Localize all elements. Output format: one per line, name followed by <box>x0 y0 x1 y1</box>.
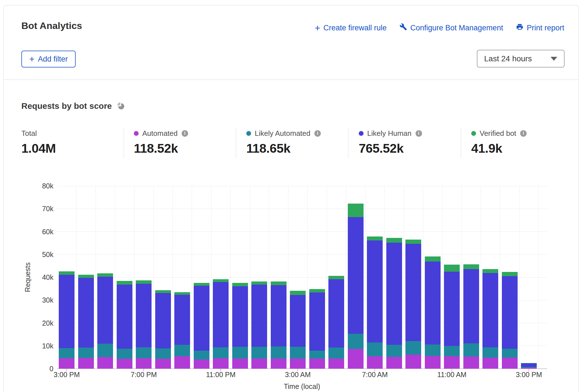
bar-segment[interactable] <box>367 343 383 356</box>
bar-segment[interactable] <box>174 345 190 356</box>
bar-segment[interactable] <box>194 283 209 286</box>
bar-segment[interactable] <box>174 292 190 295</box>
bar-segment[interactable] <box>309 289 325 292</box>
configure-bot-management-link[interactable]: Configure Bot Management <box>400 23 503 33</box>
bar-segment[interactable] <box>59 271 75 275</box>
bar-segment[interactable] <box>78 348 94 358</box>
bar-segment[interactable] <box>348 217 364 334</box>
bar-segment[interactable] <box>271 359 287 369</box>
bar-segment[interactable] <box>271 346 287 359</box>
print-report-link[interactable]: Print report <box>516 23 564 33</box>
bar-segment[interactable] <box>117 281 132 285</box>
bar-segment[interactable] <box>405 244 421 341</box>
bar-segment[interactable] <box>502 358 518 369</box>
bar-segment[interactable] <box>521 363 537 363</box>
bar-segment[interactable] <box>213 282 229 347</box>
bar-segment[interactable] <box>136 347 152 358</box>
bar-segment[interactable] <box>463 264 479 269</box>
bar-segment[interactable] <box>271 281 287 285</box>
bar-segment[interactable] <box>251 347 267 359</box>
bar-segment[interactable] <box>232 286 248 347</box>
bar-segment[interactable] <box>328 359 344 369</box>
bar-segment[interactable] <box>251 285 267 347</box>
bar-segment[interactable] <box>213 279 229 282</box>
bar-segment[interactable] <box>174 356 190 369</box>
bar-segment[interactable] <box>97 273 113 277</box>
bar-segment[interactable] <box>521 367 537 368</box>
bar-segment[interactable] <box>155 290 171 293</box>
bar-segment[interactable] <box>463 343 479 357</box>
bar-segment[interactable] <box>290 295 306 347</box>
bar-segment[interactable] <box>78 358 94 369</box>
info-icon[interactable]: i <box>314 130 321 137</box>
bar-segment[interactable] <box>136 358 152 369</box>
bar-segment[interactable] <box>117 349 132 359</box>
bar-segment[interactable] <box>405 240 421 244</box>
bar-segment[interactable] <box>502 276 518 349</box>
add-filter-button[interactable]: + Add filter <box>21 51 76 67</box>
bar-segment[interactable] <box>251 281 267 285</box>
bar-segment[interactable] <box>155 359 171 369</box>
info-icon[interactable]: i <box>520 130 527 137</box>
bar-segment[interactable] <box>463 357 479 369</box>
bar-segment[interactable] <box>425 262 441 344</box>
bar-segment[interactable] <box>290 347 306 359</box>
bar-segment[interactable] <box>251 359 267 369</box>
bar-segment[interactable] <box>367 240 383 343</box>
bar-segment[interactable] <box>482 269 498 273</box>
bar-segment[interactable] <box>97 344 113 357</box>
bar-segment[interactable] <box>425 344 441 356</box>
bar-segment[interactable] <box>386 238 402 242</box>
bar-segment[interactable] <box>136 284 152 348</box>
bar-segment[interactable] <box>425 256 441 262</box>
bar-segment[interactable] <box>59 275 75 348</box>
bar-segment[interactable] <box>213 347 229 359</box>
bar-segment[interactable] <box>444 265 460 271</box>
info-icon[interactable]: i <box>416 130 422 137</box>
bar-segment[interactable] <box>386 357 402 369</box>
bar-segment[interactable] <box>232 283 248 286</box>
bar-segment[interactable] <box>232 359 248 369</box>
bar-segment[interactable] <box>348 349 364 369</box>
bar-segment[interactable] <box>232 347 248 359</box>
bar-segment[interactable] <box>309 351 325 359</box>
bar-segment[interactable] <box>194 360 209 369</box>
bar-segment[interactable] <box>348 204 364 217</box>
bar-segment[interactable] <box>405 341 421 355</box>
time-range-select[interactable]: Last 24 hours <box>477 50 565 67</box>
bar-segment[interactable] <box>59 348 75 358</box>
bar-segment[interactable] <box>213 358 229 369</box>
bar-segment[interactable] <box>348 334 364 349</box>
bar-segment[interactable] <box>425 356 441 369</box>
bar-segment[interactable] <box>328 276 344 279</box>
bar-segment[interactable] <box>463 269 479 343</box>
bar-segment[interactable] <box>482 347 498 358</box>
bar-segment[interactable] <box>117 359 132 369</box>
bar-segment[interactable] <box>444 272 460 346</box>
bar-segment[interactable] <box>136 280 152 283</box>
bar-segment[interactable] <box>482 273 498 347</box>
bar-segment[interactable] <box>78 278 94 348</box>
bar-segment[interactable] <box>521 363 537 367</box>
bar-segment[interactable] <box>309 359 325 369</box>
bar-segment[interactable] <box>309 292 325 351</box>
bar-segment[interactable] <box>78 275 94 278</box>
create-firewall-rule-link[interactable]: + Create firewall rule <box>315 24 387 32</box>
info-icon[interactable]: i <box>182 130 188 137</box>
bar-segment[interactable] <box>367 356 383 369</box>
bar-segment[interactable] <box>405 355 421 369</box>
bar-segment[interactable] <box>444 346 460 356</box>
bar-segment[interactable] <box>290 359 306 369</box>
bar-segment[interactable] <box>117 285 132 349</box>
bar-segment[interactable] <box>59 358 75 369</box>
bar-segment[interactable] <box>155 293 171 348</box>
bar-segment[interactable] <box>386 243 402 345</box>
bar-segment[interactable] <box>367 236 383 240</box>
bar-segment[interactable] <box>290 291 306 295</box>
bar-segment[interactable] <box>174 295 190 345</box>
bar-segment[interactable] <box>502 349 518 358</box>
bar-segment[interactable] <box>97 357 113 369</box>
bar-segment[interactable] <box>328 348 344 359</box>
bar-segment[interactable] <box>97 277 113 344</box>
bar-segment[interactable] <box>271 285 287 346</box>
